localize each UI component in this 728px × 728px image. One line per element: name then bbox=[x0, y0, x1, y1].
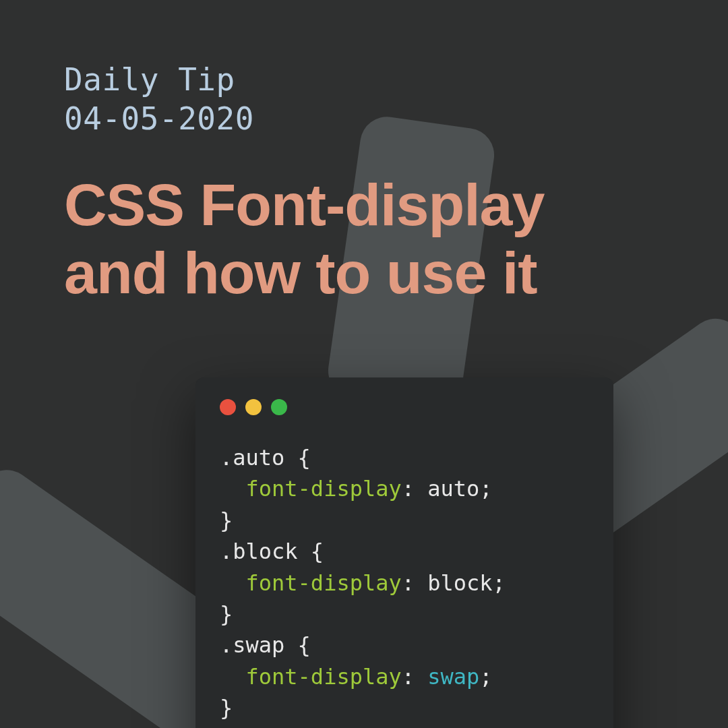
title-line: CSS Font-display bbox=[64, 171, 545, 238]
title-line: and how to use it bbox=[64, 239, 537, 306]
traffic-lights bbox=[220, 399, 589, 415]
maximize-icon bbox=[271, 399, 287, 415]
page-title: CSS Font-display and how to use it bbox=[64, 171, 545, 307]
minimize-icon bbox=[245, 399, 262, 415]
subtitle-line: Daily Tip bbox=[64, 61, 235, 98]
header: Daily Tip 04-05-2020 CSS Font-display an… bbox=[64, 61, 545, 307]
subtitle-line: 04-05-2020 bbox=[64, 100, 254, 137]
close-icon bbox=[220, 399, 236, 415]
code-window: .auto { font-display: auto; } .block { f… bbox=[195, 377, 613, 728]
code-block: .auto { font-display: auto; } .block { f… bbox=[220, 442, 589, 728]
subtitle: Daily Tip 04-05-2020 bbox=[64, 61, 545, 138]
